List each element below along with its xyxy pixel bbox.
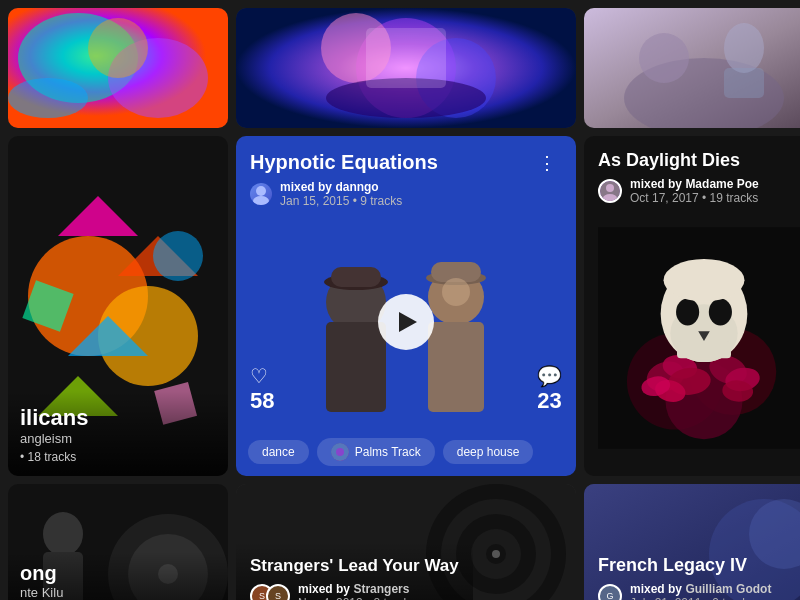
card-bot-left: ong nte Kilu • 23 tracks	[8, 484, 228, 600]
tag-deep-house[interactable]: deep house	[443, 440, 534, 464]
bot-center-author: mixed by Strangers	[298, 582, 416, 596]
featured-card: Hypnotic Equations mixed by danngo Jan 1…	[236, 136, 576, 476]
bot-right-date: July 31, 2011 • 9 tracks	[630, 596, 771, 600]
svg-point-26	[256, 186, 266, 196]
bot-center-date: Nov 4, 2013 • 8 tracks	[298, 596, 416, 600]
featured-header: Hypnotic Equations mixed by danngo Jan 1…	[236, 136, 576, 216]
featured-avatar	[250, 183, 272, 205]
featured-meta: mixed by danngo Jan 15, 2015 • 9 tracks	[250, 180, 438, 208]
card-top-left	[8, 8, 228, 128]
svg-point-57	[676, 298, 699, 325]
bot-left-author: nte Kilu	[20, 585, 216, 600]
svg-point-13	[639, 33, 689, 83]
bot-left-title: ong	[20, 562, 216, 585]
svg-rect-34	[428, 322, 484, 412]
svg-point-37	[442, 278, 470, 306]
card-mid-left: ilicans angleism • 18 tracks	[8, 136, 228, 476]
svg-point-69	[43, 512, 83, 556]
svg-point-39	[336, 448, 344, 456]
mid-right-meta: mixed by Madame Poe Oct 17, 2017 • 19 tr…	[598, 177, 800, 205]
comments-stat: 💬 23	[537, 364, 562, 414]
mid-right-date: Oct 17, 2017 • 19 tracks	[630, 191, 759, 205]
more-button[interactable]: ⋮	[532, 150, 562, 176]
likes-stat: ♡ 58	[250, 364, 274, 414]
bot-right-content: French Legacy IV G mixed by Guilliam God…	[584, 541, 785, 600]
svg-point-58	[709, 298, 732, 325]
bot-right-avatar: G	[598, 584, 622, 600]
featured-artwork: ♡ 58 💬 23	[236, 216, 576, 428]
mid-right-author: mixed by Madame Poe	[630, 177, 759, 191]
bot-right-meta: G mixed by Guilliam Godot July 31, 2011 …	[598, 582, 771, 600]
card-mid-right: As Daylight Dies mixed by Madame Poe Oct…	[584, 136, 800, 476]
svg-rect-15	[724, 68, 764, 98]
tag-dance[interactable]: dance	[248, 440, 309, 464]
svg-rect-30	[326, 322, 386, 412]
svg-rect-32	[331, 267, 381, 287]
svg-rect-10	[366, 28, 446, 88]
card-bot-center: Strangers' Lead Your Way S S mixed by St…	[236, 484, 576, 600]
bot-right-author: mixed by Guilliam Godot	[630, 582, 771, 596]
svg-point-4	[8, 78, 88, 118]
svg-point-25	[153, 231, 203, 281]
tag-palms-track[interactable]: Palms Track	[317, 438, 435, 466]
mid-right-avatar	[598, 179, 622, 203]
play-button[interactable]	[378, 294, 434, 350]
bot-center-title: Strangers' Lead Your Way	[250, 556, 459, 576]
featured-title: Hypnotic Equations	[250, 150, 438, 174]
bot-right-title: French Legacy IV	[598, 555, 771, 576]
featured-author: mixed by danngo	[280, 180, 402, 194]
svg-point-3	[88, 18, 148, 78]
svg-point-64	[664, 258, 745, 300]
svg-point-27	[253, 196, 269, 205]
mid-left-title: ilicans	[20, 405, 216, 431]
bot-center-avatars: S S	[250, 584, 290, 600]
mid-left-author: angleism	[20, 431, 216, 446]
mid-right-title: As Daylight Dies	[598, 150, 800, 171]
card-top-right	[584, 8, 800, 128]
card-top-center	[236, 8, 576, 128]
tags-row: dance Palms Track deep house	[236, 428, 576, 476]
svg-rect-63	[677, 340, 731, 357]
card-bot-right: French Legacy IV G mixed by Guilliam God…	[584, 484, 800, 600]
bot-center-meta: S S mixed by Strangers Nov 4, 2013 • 8 t…	[250, 582, 459, 600]
svg-point-41	[606, 184, 614, 192]
svg-point-14	[724, 23, 764, 73]
skull-artwork	[598, 213, 800, 462]
mid-left-tracks: • 18 tracks	[20, 450, 216, 464]
svg-point-77	[492, 550, 500, 558]
featured-date: Jan 15, 2015 • 9 tracks	[280, 194, 402, 208]
